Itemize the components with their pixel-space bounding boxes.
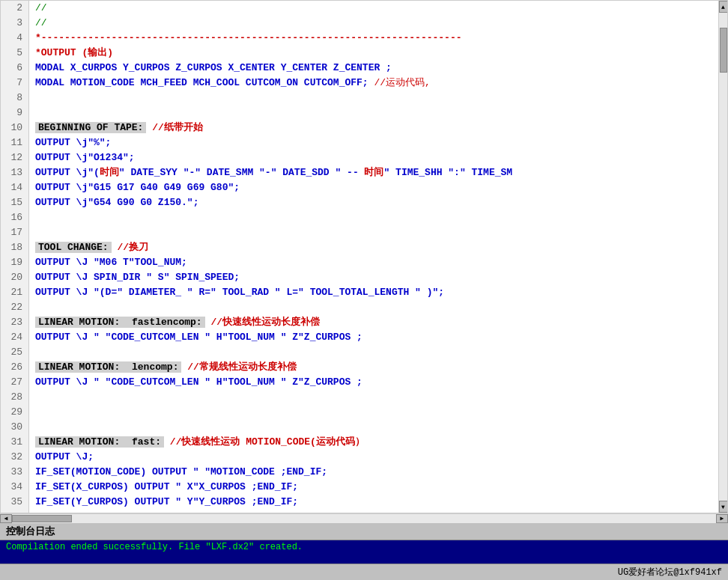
line-number: 23	[7, 315, 22, 330]
line-number: 2	[7, 1, 22, 16]
line-number: 32	[7, 450, 22, 465]
line-number: 13	[7, 165, 22, 180]
line-number: 18	[7, 240, 22, 255]
line-number: 35	[7, 495, 22, 510]
code-line[interactable]: MODAL MOTION_CODE MCH_FEED MCH_COOL CUTC…	[35, 76, 718, 91]
line-number: 12	[7, 150, 22, 165]
line-number: 16	[7, 210, 22, 225]
line-number: 21	[7, 285, 22, 300]
scroll-right-arrow[interactable]: ▶	[716, 514, 728, 523]
code-line[interactable]	[35, 345, 718, 360]
code-line[interactable]: OUTPUT \j"O1234";	[35, 150, 718, 165]
code-line[interactable]: TOOL CHANGE: //换刀	[35, 240, 718, 255]
console-title: 控制台日志	[6, 526, 55, 537]
code-line[interactable]: *---------------------------------------…	[35, 31, 718, 46]
code-line[interactable]: IF_SET(Z_CURPOS) OUTPUT " Z"Z_CURPOS ;EN…	[35, 510, 718, 513]
code-line[interactable]: *OUTPUT (输出)	[35, 46, 718, 61]
code-line[interactable]: OUTPUT \j"G15 G17 G40 G49 G69 G80";	[35, 180, 718, 195]
scroll-up-arrow[interactable]: ▲	[719, 1, 728, 13]
scroll-left-arrow[interactable]: ◀	[0, 514, 12, 523]
line-number: 5	[7, 46, 22, 61]
code-line[interactable]: MODAL X_CURPOS Y_CURPOS Z_CURPOS X_CENTE…	[35, 61, 718, 76]
line-number: 19	[7, 255, 22, 270]
code-line[interactable]	[35, 225, 718, 240]
scroll-track-h[interactable]	[12, 514, 716, 523]
line-number: 22	[7, 300, 22, 315]
code-line[interactable]: OUTPUT \J;	[35, 450, 718, 465]
code-line[interactable]	[35, 210, 718, 225]
code-line[interactable]: OUTPUT \j"%";	[35, 135, 718, 150]
line-number: 24	[7, 330, 22, 345]
code-line[interactable]	[35, 300, 718, 315]
code-line[interactable]: OUTPUT \j"(时间" DATE_SYY "-" DATE_SMM "-"…	[35, 165, 718, 180]
code-line[interactable]	[35, 390, 718, 405]
line-number: 11	[7, 135, 22, 150]
scroll-thumb-h[interactable]	[12, 515, 72, 522]
line-number: 4	[7, 31, 22, 46]
code-line[interactable]: OUTPUT \J " "CODE_CUTCOM_LEN " H"TOOL_NU…	[35, 330, 718, 345]
line-numbers: 2345678910111213141516171819202122232425…	[1, 1, 29, 513]
console-message: Compilation ended successfully. File "LX…	[6, 542, 303, 552]
code-line[interactable]: OUTPUT \J SPIN_DIR " S" SPIN_SPEED;	[35, 270, 718, 285]
code-line[interactable]: LINEAR MOTION: lencomp: //常规线性运动长度补偿	[35, 360, 718, 375]
code-line[interactable]	[35, 405, 718, 420]
line-number: 26	[7, 360, 22, 375]
scroll-down-arrow[interactable]: ▼	[719, 501, 728, 513]
code-line[interactable]: OUTPUT \J "(D=" DIAMETER_ " R=" TOOL_RAD…	[35, 285, 718, 300]
line-number: 10	[7, 120, 22, 135]
line-number: 8	[7, 91, 22, 106]
line-number: 30	[7, 420, 22, 435]
code-line[interactable]: //	[35, 16, 718, 31]
line-number: 14	[7, 180, 22, 195]
line-number: 29	[7, 405, 22, 420]
console-content: Compilation ended successfully. File "LX…	[0, 540, 728, 554]
code-line[interactable]: //	[35, 1, 718, 16]
code-line[interactable]: BEGINNING OF TAPE: //纸带开始	[35, 120, 718, 135]
line-number: 15	[7, 195, 22, 210]
status-bar: UG爱好者论坛@1xf941xf	[0, 564, 728, 580]
console-area: 控制台日志 Compilation ended successfully. Fi…	[0, 522, 728, 564]
line-number: 33	[7, 465, 22, 480]
scrollbar-bottom[interactable]: ◀ ▶	[0, 513, 728, 522]
line-number: 6	[7, 61, 22, 76]
code-line[interactable]	[35, 420, 718, 435]
scroll-track[interactable]	[719, 13, 728, 501]
code-line[interactable]: OUTPUT \J " "CODE_CUTCOM_LEN " H"TOOL_NU…	[35, 375, 718, 390]
console-header: 控制台日志	[0, 523, 728, 540]
line-number: 34	[7, 480, 22, 495]
line-number: 20	[7, 270, 22, 285]
line-number: 25	[7, 345, 22, 360]
status-text: UG爱好者论坛@1xf941xf	[618, 566, 722, 579]
line-number: 31	[7, 435, 22, 450]
code-line[interactable]: LINEAR MOTION: fastlencomp: //快速线性运动长度补偿	[35, 315, 718, 330]
code-line[interactable]	[35, 106, 718, 120]
line-number: 36	[7, 510, 22, 513]
code-line[interactable]: OUTPUT \J "M06 T"TOOL_NUM;	[35, 255, 718, 270]
code-line[interactable]: OUTPUT \j"G54 G90 G0 Z150.";	[35, 195, 718, 210]
scrollbar-right[interactable]: ▲ ▼	[718, 1, 727, 513]
code-line[interactable]: IF_SET(X_CURPOS) OUTPUT " X"X_CURPOS ;EN…	[35, 480, 718, 495]
code-line[interactable]: IF_SET(MOTION_CODE) OUTPUT " "MOTION_COD…	[35, 465, 718, 480]
line-number: 17	[7, 225, 22, 240]
line-number: 28	[7, 390, 22, 405]
code-line[interactable]: IF_SET(Y_CURPOS) OUTPUT " Y"Y_CURPOS ;EN…	[35, 495, 718, 510]
line-number: 7	[7, 76, 22, 91]
scroll-thumb[interactable]	[720, 28, 727, 73]
code-area[interactable]: ////*-----------------------------------…	[29, 1, 718, 513]
line-number: 27	[7, 375, 22, 390]
code-line[interactable]	[35, 91, 718, 106]
line-number: 9	[7, 106, 22, 120]
code-line[interactable]: LINEAR MOTION: fast: //快速线性运动 MOTION_COD…	[35, 435, 718, 450]
line-number: 3	[7, 16, 22, 31]
